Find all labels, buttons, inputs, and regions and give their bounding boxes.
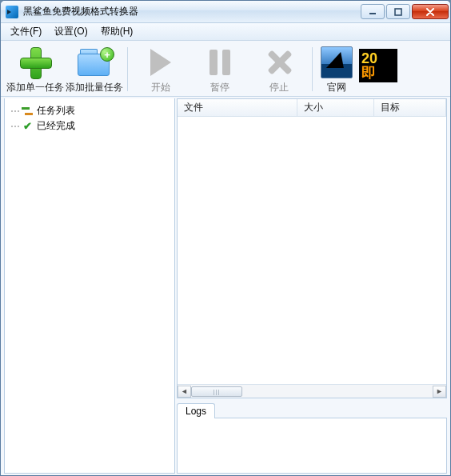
menu-help[interactable]: 帮助(H) xyxy=(94,23,140,40)
toolbar: 添加单一任务 + 添加批量任务 开始 暂停 停止 官网 xyxy=(1,41,450,97)
menu-settings[interactable]: 设置(O) xyxy=(48,23,94,40)
main-panel: 文件 大小 目标 ◄ ||| ► Logs xyxy=(177,98,447,474)
checkmark-icon: ✔ xyxy=(21,120,34,133)
app-window: 黑鲨鱼免费视频格式转换器 文件(F) 设置(O) 帮助(H) 添加单一任务 xyxy=(0,0,451,476)
horizontal-scrollbar[interactable]: ◄ ||| ► xyxy=(178,384,446,398)
logs-section: Logs xyxy=(177,402,447,474)
task-list-view: 文件 大小 目标 ◄ ||| ► xyxy=(177,98,447,398)
close-button[interactable] xyxy=(412,4,449,19)
toolbar-label: 暂停 xyxy=(210,81,229,94)
svg-rect-1 xyxy=(395,9,401,15)
start-button[interactable]: 开始 xyxy=(131,44,190,94)
content-area: ⋯ 任务列表 ⋯ ✔ 已经完成 文件 大小 目标 ◄ xyxy=(1,97,450,475)
shark-logo-icon xyxy=(321,46,353,78)
titlebar: 黑鲨鱼免费视频格式转换器 xyxy=(1,1,450,23)
tree-label: 已经完成 xyxy=(37,119,75,133)
column-header-target[interactable]: 目标 xyxy=(374,99,446,116)
add-single-task-button[interactable]: 添加单一任务 xyxy=(6,44,65,94)
banner-icon: 20 即 xyxy=(359,49,397,82)
folder-plus-icon: + xyxy=(78,49,111,76)
tab-logs[interactable]: Logs xyxy=(177,403,215,418)
scrollbar-thumb[interactable]: ||| xyxy=(191,386,242,397)
svg-rect-0 xyxy=(369,13,376,14)
toolbar-label: 开始 xyxy=(151,81,170,94)
play-icon xyxy=(150,49,171,76)
tree-connector: ⋯ xyxy=(10,121,21,132)
menu-file[interactable]: 文件(F) xyxy=(4,23,48,40)
maximize-button[interactable] xyxy=(386,4,410,19)
add-batch-task-button[interactable]: + 添加批量任务 xyxy=(65,44,124,94)
tree-label: 任务列表 xyxy=(37,104,75,118)
scroll-left-arrow-icon[interactable]: ◄ xyxy=(178,386,191,398)
pause-icon xyxy=(210,50,230,75)
separator xyxy=(312,47,313,91)
separator xyxy=(127,47,128,91)
x-icon xyxy=(267,50,291,74)
side-panel: ⋯ 任务列表 ⋯ ✔ 已经完成 xyxy=(4,98,175,474)
plus-icon xyxy=(20,47,50,78)
column-header-size[interactable]: 大小 xyxy=(297,99,374,116)
minimize-button[interactable] xyxy=(361,4,385,19)
toolbar-label: 添加批量任务 xyxy=(66,81,123,94)
toolbar-label xyxy=(377,83,379,94)
promo-banner[interactable]: 20 即 xyxy=(357,44,399,94)
logs-textarea[interactable] xyxy=(177,418,447,474)
swap-icon xyxy=(21,105,34,118)
column-header-file[interactable]: 文件 xyxy=(178,99,297,116)
menubar: 文件(F) 设置(O) 帮助(H) xyxy=(1,23,450,41)
official-site-button[interactable]: 官网 xyxy=(316,44,357,94)
tree-connector: ⋯ xyxy=(10,106,21,117)
scroll-right-arrow-icon[interactable]: ► xyxy=(433,386,446,398)
toolbar-label: 官网 xyxy=(327,81,346,94)
stop-button[interactable]: 停止 xyxy=(249,44,309,94)
toolbar-label: 添加单一任务 xyxy=(6,81,64,94)
scrollbar-track[interactable]: ||| xyxy=(191,386,433,398)
tree-item-completed[interactable]: ⋯ ✔ 已经完成 xyxy=(8,118,171,134)
column-header-row: 文件 大小 目标 xyxy=(178,99,446,117)
pause-button[interactable]: 暂停 xyxy=(190,44,249,94)
window-title: 黑鲨鱼免费视频格式转换器 xyxy=(23,5,138,18)
app-icon xyxy=(6,6,18,18)
list-body-empty xyxy=(178,117,446,384)
tree-item-task-list[interactable]: ⋯ 任务列表 xyxy=(8,103,171,118)
toolbar-label: 停止 xyxy=(269,81,289,94)
